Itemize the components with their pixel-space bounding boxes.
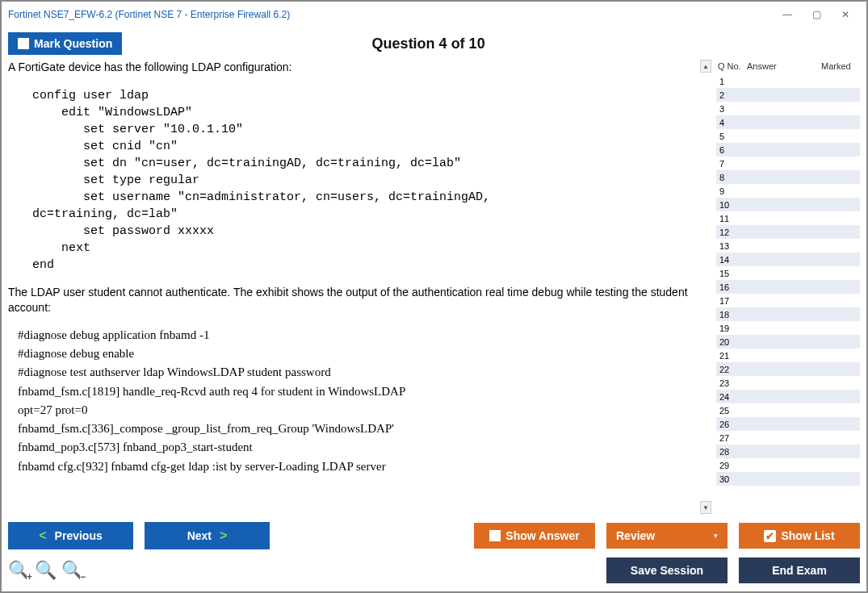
question-number: 15 xyxy=(719,269,744,278)
question-row[interactable]: 17 xyxy=(716,294,860,307)
question-row[interactable]: 15 xyxy=(716,266,860,280)
question-row[interactable]: 27 xyxy=(716,431,860,445)
minimize-button[interactable]: — xyxy=(773,5,802,24)
debug-line: fnbamd_fsm.c[1819] handle_req-Rcvd auth … xyxy=(18,382,697,401)
question-number: 12 xyxy=(719,228,744,237)
chevron-left-icon: < xyxy=(39,528,46,543)
window-title: Fortinet NSE7_EFW-6.2 (Fortinet NSE 7 - … xyxy=(8,9,773,20)
footer: < Previous Next > Show Answer Review ▾ ✔… xyxy=(2,517,866,591)
question-row[interactable]: 9 xyxy=(716,184,860,198)
zoom-in-icon[interactable]: 🔍+ xyxy=(8,560,30,581)
question-number: 20 xyxy=(719,337,744,347)
question-row[interactable]: 23 xyxy=(716,376,860,390)
question-number: 25 xyxy=(719,406,744,416)
question-number: 6 xyxy=(719,145,744,155)
question-row[interactable]: 4 xyxy=(716,115,860,129)
question-row[interactable]: 7 xyxy=(716,157,860,170)
question-row[interactable]: 24 xyxy=(716,390,860,403)
debug-line: opt=27 prot=0 xyxy=(18,401,697,420)
zoom-reset-icon[interactable]: 🔍 xyxy=(35,560,57,581)
previous-button[interactable]: < Previous xyxy=(8,522,133,549)
question-number: 24 xyxy=(719,392,744,402)
question-counter: Question 4 of 10 xyxy=(122,35,735,52)
question-scroll[interactable]: A FortiGate device has the following LDA… xyxy=(8,60,700,514)
question-number: 19 xyxy=(719,324,744,333)
question-row[interactable]: 2 xyxy=(716,88,860,102)
question-row[interactable]: 12 xyxy=(716,225,860,239)
question-row[interactable]: 30 xyxy=(716,472,860,486)
debug-line: fnbamd_pop3.c[573] fnband_pop3_start-stu… xyxy=(18,438,697,457)
question-number: 4 xyxy=(719,118,744,127)
config-block: config user ldap edit "WindowsLDAP" set … xyxy=(18,87,697,274)
question-number: 9 xyxy=(719,186,744,196)
scroll-up-icon[interactable]: ▲ xyxy=(700,60,711,73)
question-number: 17 xyxy=(719,296,744,306)
question-row[interactable]: 28 xyxy=(716,445,860,458)
question-row[interactable]: 1 xyxy=(716,74,860,88)
col-answer: Answer xyxy=(747,61,821,71)
question-row[interactable]: 20 xyxy=(716,335,860,349)
question-list-rows[interactable]: 1234567891011121314151617181920212223242… xyxy=(716,74,860,514)
question-number: 21 xyxy=(719,351,744,361)
debug-line: #diagnose test authserver ldap WindowsLD… xyxy=(18,363,697,382)
question-row[interactable]: 5 xyxy=(716,129,860,143)
close-button[interactable]: ✕ xyxy=(831,5,860,24)
question-row[interactable]: 6 xyxy=(716,143,860,157)
review-label: Review xyxy=(616,529,655,542)
mark-question-label: Mark Question xyxy=(34,37,112,50)
question-row[interactable]: 29 xyxy=(716,458,860,472)
checkmark-icon: ✔ xyxy=(764,530,776,542)
question-row[interactable]: 11 xyxy=(716,211,860,225)
show-answer-button[interactable]: Show Answer xyxy=(474,523,595,549)
save-session-button[interactable]: Save Session xyxy=(606,558,728,583)
question-row[interactable]: 10 xyxy=(716,198,860,211)
debug-line: #diagnose debug enable xyxy=(18,345,697,363)
question-para2: The LDAP user student cannot authenticat… xyxy=(8,285,697,316)
question-list-header: Q No. Answer Marked xyxy=(716,60,860,74)
maximize-button[interactable]: ▢ xyxy=(802,5,831,24)
end-exam-button[interactable]: End Exam xyxy=(739,558,860,583)
question-number: 29 xyxy=(719,461,744,470)
show-list-button[interactable]: ✔ Show List xyxy=(739,523,860,549)
question-row[interactable]: 8 xyxy=(716,170,860,184)
debug-output: #diagnose debug application fnbamd -1#di… xyxy=(18,326,697,476)
checkbox-icon xyxy=(489,530,501,541)
review-button[interactable]: Review ▾ xyxy=(606,523,728,549)
toolbar: Mark Question Question 4 of 10 xyxy=(2,27,866,60)
question-row[interactable]: 13 xyxy=(716,239,860,253)
question-number: 30 xyxy=(719,474,744,484)
previous-label: Previous xyxy=(55,529,103,542)
save-session-label: Save Session xyxy=(631,564,703,577)
scroll-down-icon[interactable]: ▼ xyxy=(700,501,711,514)
question-number: 10 xyxy=(719,200,744,210)
question-scrollbar[interactable]: ▲ ▼ xyxy=(700,60,711,514)
question-number: 7 xyxy=(719,159,744,169)
question-row[interactable]: 25 xyxy=(716,403,860,417)
question-list: 1234567891011121314151617181920212223242… xyxy=(716,74,860,514)
question-row[interactable]: 3 xyxy=(716,102,860,115)
mark-question-button[interactable]: Mark Question xyxy=(8,32,122,55)
question-number: 5 xyxy=(719,132,744,141)
question-number: 13 xyxy=(719,241,744,251)
question-row[interactable]: 22 xyxy=(716,362,860,376)
question-number: 27 xyxy=(719,433,744,443)
question-number: 23 xyxy=(719,378,744,388)
question-row[interactable]: 18 xyxy=(716,307,860,321)
question-intro: A FortiGate device has the following LDA… xyxy=(8,60,697,76)
question-row[interactable]: 19 xyxy=(716,321,860,335)
debug-line: #diagnose debug application fnbamd -1 xyxy=(18,326,697,345)
debug-line: fnbamd cfg.c[932] fnbamd cfg-get ldap :i… xyxy=(18,457,697,476)
zoom-out-icon[interactable]: 🔍− xyxy=(61,560,83,581)
titlebar: Fortinet NSE7_EFW-6.2 (Fortinet NSE 7 - … xyxy=(2,2,866,27)
question-row[interactable]: 21 xyxy=(716,349,860,362)
question-number: 14 xyxy=(719,255,744,265)
next-button[interactable]: Next > xyxy=(145,522,270,549)
main-body: A FortiGate device has the following LDA… xyxy=(2,60,866,517)
mark-checkbox-icon xyxy=(18,38,29,49)
app-window: Fortinet NSE7_EFW-6.2 (Fortinet NSE 7 - … xyxy=(0,0,868,593)
col-marked: Marked xyxy=(821,61,860,71)
question-row[interactable]: 16 xyxy=(716,280,860,294)
question-row[interactable]: 26 xyxy=(716,417,860,431)
question-number: 26 xyxy=(719,420,744,429)
question-row[interactable]: 14 xyxy=(716,253,860,266)
